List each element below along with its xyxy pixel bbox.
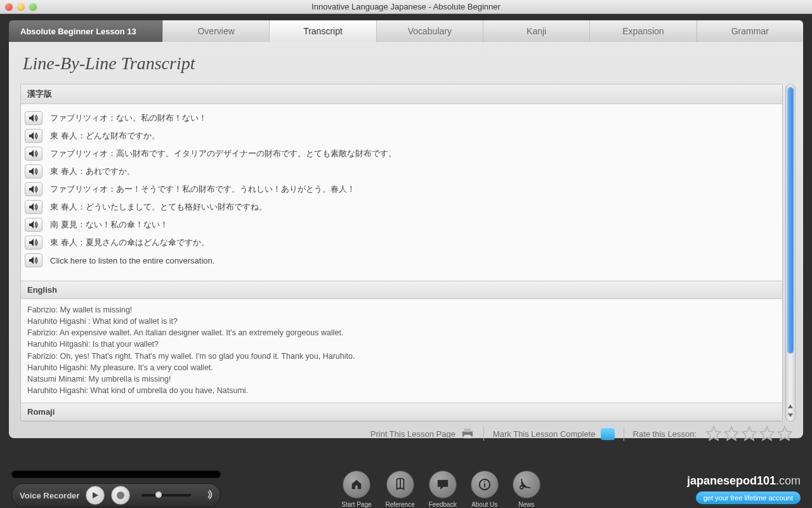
section-header-kanji: 漢字版: [21, 84, 782, 104]
english-line: Haruhito Higashi : What kind of wallet i…: [27, 316, 776, 327]
sound-icon: [202, 490, 213, 502]
tab-bar: Absolute Beginner Lesson 13 OverviewTran…: [9, 20, 803, 42]
reference-icon: [386, 471, 414, 498]
section-header-romaji: Romaji: [21, 403, 782, 421]
content-card: Line-By-Line Transcript 漢字版 ファブリツィオ：ない。私…: [9, 42, 803, 438]
tab-kanji[interactable]: Kanji: [483, 20, 589, 42]
nav-label: Reference: [386, 501, 415, 508]
titlebar: Innovative Language Japanese - Absolute …: [0, 0, 812, 14]
mark-complete-label: Mark This Lesson Complete: [493, 429, 596, 439]
play-line-button[interactable]: [25, 253, 43, 267]
transcript-line: 東 春人：どういたしまして。とても格好いい財布ですね。: [25, 198, 778, 216]
line-text: ファブリツィオ：ない。私の財布！ない！: [50, 112, 207, 124]
play-line-button[interactable]: [25, 129, 43, 143]
line-text: 東 春人：どんな財布ですか。: [50, 130, 160, 142]
rating-star[interactable]: [705, 425, 722, 442]
nav-feedback[interactable]: Feedback: [429, 471, 457, 508]
scroll-up-icon[interactable]: [787, 403, 794, 410]
english-line: Fabrizio: Oh, yes! That's right. That's …: [27, 351, 776, 362]
english-line: Fabrizio: My wallet is missing!: [27, 304, 776, 316]
line-text: Click here to listen to the entire conve…: [50, 256, 214, 265]
tab-grammar[interactable]: Grammar: [697, 20, 803, 42]
rating-star[interactable]: [723, 425, 740, 442]
transcript-line: Click here to listen to the entire conve…: [25, 251, 778, 269]
play-line-button[interactable]: [25, 236, 43, 250]
voice-recorder: Voice Recorder: [11, 483, 221, 507]
rating-star[interactable]: [741, 425, 757, 442]
play-line-button[interactable]: [25, 111, 43, 125]
transcript-line: 南 夏見：ない！私の傘！ない！: [25, 216, 778, 234]
tab-transcript[interactable]: Transcript: [269, 20, 376, 42]
svg-rect-1: [464, 429, 471, 432]
nav-reference[interactable]: Reference: [386, 471, 415, 508]
page-title: Line-By-Line Transcript: [20, 42, 796, 84]
printer-icon: [461, 428, 475, 439]
line-text: 南 夏見：ない！私の傘！ない！: [50, 219, 168, 231]
record-button[interactable]: [111, 486, 130, 505]
vertical-scrollbar[interactable]: [785, 84, 796, 422]
play-button[interactable]: [86, 486, 105, 505]
nav-news[interactable]: News: [513, 471, 540, 508]
play-line-button[interactable]: [25, 147, 43, 161]
record-icon: [117, 491, 124, 499]
news-icon: [513, 471, 540, 498]
control-deck: Voice Recorder Start PageReferenceFeedba…: [0, 462, 812, 508]
recorder-label: Voice Recorder: [20, 491, 79, 500]
about-us-icon: [471, 471, 499, 498]
line-text: 東 春人：夏見さんの傘はどんな傘ですか。: [50, 237, 209, 248]
nav-about-us[interactable]: About Us: [471, 471, 499, 508]
nav-label: News: [518, 501, 534, 508]
tab-overview[interactable]: Overview: [162, 20, 269, 42]
mark-complete-button[interactable]: Mark This Lesson Complete: [484, 427, 624, 441]
line-text: 東 春人：どういたしまして。とても格好いい財布ですね。: [50, 201, 267, 213]
transcript-line: 東 春人：あれですか。: [25, 163, 778, 180]
line-text: ファブリツィオ：あー！そうです！私の財布です。うれしい！ありがとう。春人！: [50, 184, 355, 195]
english-line: Haruhito Higashi: My pleasure. It's a ve…: [27, 362, 776, 373]
window-title: Innovative Language Japanese - Absolute …: [0, 2, 812, 11]
svg-rect-5: [484, 481, 485, 482]
english-line: Fabrizio: An expensive wallet. An Italia…: [27, 327, 776, 338]
svg-rect-4: [484, 483, 485, 487]
rate-lesson: Rate this Lesson:: [624, 427, 796, 441]
brand-site[interactable]: japanesepod101.com: [687, 474, 801, 488]
tab-vocabulary[interactable]: Vocabulary: [376, 20, 483, 42]
line-text: 東 春人：あれですか。: [50, 166, 135, 177]
window-close-button[interactable]: [5, 3, 13, 11]
scroll-down-icon[interactable]: [787, 412, 794, 418]
transcript-line: 東 春人：夏見さんの傘はどんな傘ですか。: [25, 234, 778, 251]
playback-progress[interactable]: [11, 471, 221, 478]
cta-button[interactable]: get your free lifetime account: [696, 491, 801, 504]
section-header-english: English: [21, 281, 782, 299]
play-line-button[interactable]: [25, 164, 43, 178]
nav-start-page[interactable]: Start Page: [341, 471, 371, 508]
rating-star[interactable]: [759, 425, 775, 442]
print-lesson-button[interactable]: Print This Lesson Page: [362, 427, 483, 441]
print-label: Print This Lesson Page: [370, 429, 455, 439]
svg-rect-2: [464, 435, 471, 438]
window-zoom-button[interactable]: [29, 3, 37, 11]
transcript-line: ファブリツィオ：あー！そうです！私の財布です。うれしい！ありがとう。春人！: [25, 180, 778, 198]
window-minimize-button[interactable]: [17, 3, 25, 11]
volume-slider[interactable]: [141, 494, 191, 497]
nav-label: About Us: [471, 501, 497, 508]
rating-star[interactable]: [776, 425, 793, 442]
play-icon: [91, 491, 99, 499]
complete-toggle-icon: [601, 427, 615, 440]
english-line: Natsumi Minami: My umbrella is missing!: [27, 373, 776, 385]
nav-label: Feedback: [429, 501, 457, 508]
transcript-content: 漢字版 ファブリツィオ：ない。私の財布！ない！東 春人：どんな財布ですか。ファブ…: [20, 84, 783, 422]
feedback-icon: [429, 471, 457, 498]
play-line-button[interactable]: [25, 182, 43, 196]
play-line-button[interactable]: [25, 218, 43, 232]
card-footer: Print This Lesson Page Mark This Lesson …: [20, 422, 796, 441]
play-line-button[interactable]: [25, 200, 43, 214]
line-text: ファブリツィオ：高い財布です。イタリアのデザイナーの財布です。とても素敵な財布で…: [50, 148, 396, 159]
tab-expansion[interactable]: Expansion: [589, 20, 696, 42]
scrollbar-thumb[interactable]: [787, 87, 794, 354]
english-line: Haruhito Hitgashi: Is that your wallet?: [27, 338, 776, 350]
nav-label: Start Page: [341, 501, 371, 508]
transcript-line: ファブリツィオ：高い財布です。イタリアのデザイナーの財布です。とても素敵な財布で…: [25, 145, 778, 163]
english-line: Haruhito Higashi: What kind of umbrella …: [27, 385, 776, 396]
transcript-line: ファブリツィオ：ない。私の財布！ない！: [25, 109, 778, 127]
transcript-line: 東 春人：どんな財布ですか。: [25, 127, 778, 145]
